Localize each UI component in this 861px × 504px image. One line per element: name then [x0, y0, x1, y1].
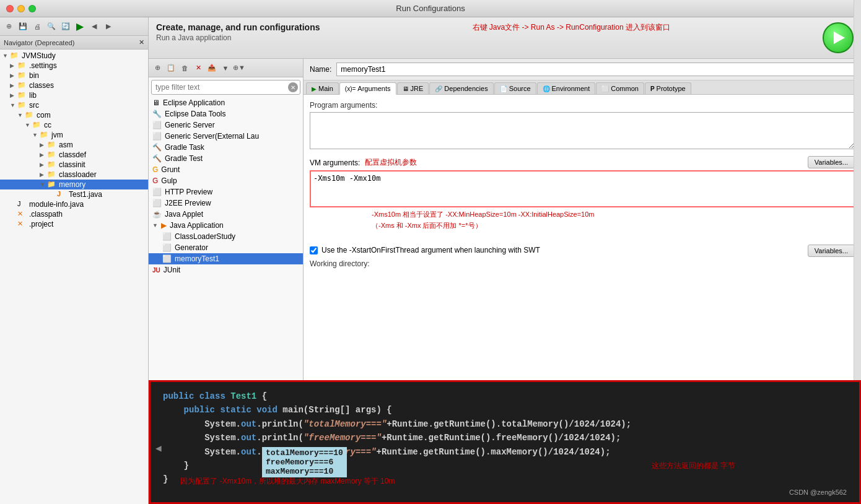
window-controls	[6, 5, 36, 12]
config-item-java-applet[interactable]: ☕ Java Applet	[149, 209, 303, 220]
tab-prototype[interactable]: P Prototype	[645, 82, 691, 94]
tab-arguments[interactable]: (x)= Arguments	[339, 82, 396, 95]
config-item-label: Eclipse Application	[163, 98, 225, 107]
config-item-gradle-test[interactable]: 🔨 Gradle Test	[149, 153, 303, 164]
tree-item-settings[interactable]: ▶ 📁 .settings	[0, 61, 148, 71]
config-header-text: Create, manage, and run configurations R…	[156, 22, 320, 42]
config-item-generator[interactable]: ⬜ Generator	[149, 242, 303, 253]
tree-item-lib[interactable]: ▶ 📁 lib	[0, 90, 148, 100]
keyword-class: class	[199, 391, 230, 401]
nav-forward[interactable]: ▶	[102, 20, 115, 33]
config-icon: ⬜	[162, 232, 172, 241]
search-input[interactable]	[151, 80, 300, 95]
run-button[interactable]	[823, 22, 854, 53]
nav-back[interactable]: ◀	[88, 20, 100, 33]
new-button[interactable]: ⊕	[2, 20, 15, 33]
name-input[interactable]	[336, 63, 855, 76]
tabs-bar: ▶ Main (x)= Arguments 🖥 JRE 🔗 Dependenci…	[304, 80, 861, 95]
config-item-junit[interactable]: JU JUnit	[149, 264, 303, 276]
search-clear-button[interactable]: ✕	[288, 82, 298, 92]
maximize-button[interactable]	[28, 5, 36, 12]
tree-item-jvmstudy[interactable]: ▼ 📁 JVMStudy	[0, 51, 148, 61]
tree-item-test1[interactable]: J Test1.java	[0, 189, 148, 199]
keyword-static: static	[220, 405, 256, 415]
save-button[interactable]: 💾	[17, 20, 29, 33]
program-args-input[interactable]	[310, 112, 855, 149]
scrollbar[interactable]	[854, 59, 861, 380]
tree-item-cc[interactable]: ▼ 📁 cc	[0, 120, 148, 130]
config-item-gradle-task[interactable]: 🔨 Gradle Task	[149, 142, 303, 153]
config-tree: 🖥 Eclipse Application 🔧 Eclipse Data Too…	[149, 97, 303, 380]
tree-item-asm[interactable]: ▶ 📁 asm	[0, 140, 148, 150]
code-bottom-row: } totalMemory===10 freeMemory===6 maxMem…	[163, 472, 847, 486]
config-item-label: J2EE Preview	[165, 199, 211, 207]
class-name: Test1	[230, 391, 261, 401]
tree-item-memory[interactable]: ▼ 📁 memory	[0, 180, 148, 189]
collapse-button[interactable]: ▼	[219, 62, 232, 74]
search-button[interactable]: 🔍	[45, 20, 58, 33]
tree-item-classes[interactable]: ▶ 📁 classes	[0, 80, 148, 90]
tree-item-classdef[interactable]: ▶ 📁 classdef	[0, 150, 148, 160]
code-line-2: public static void main(String[] args) {	[163, 403, 847, 417]
minimize-button[interactable]	[17, 5, 25, 12]
tree-item-module-info[interactable]: J module-info.java	[0, 199, 148, 209]
grunt-icon: G	[152, 165, 158, 174]
tree-item-jvm[interactable]: ▼ 📁 jvm	[0, 130, 148, 140]
titlebar: Run Configurations	[0, 0, 861, 17]
arrow-icon: ▼	[25, 122, 32, 128]
tree-item-label: classinit	[59, 160, 85, 169]
java-icon: J	[57, 190, 67, 199]
config-filter-button[interactable]: ⊕▼	[233, 62, 245, 74]
swt-checkbox[interactable]	[310, 246, 318, 254]
tab-dependencies[interactable]: 🔗 Dependencies	[429, 82, 493, 94]
tree-item-src[interactable]: ▼ 📁 src	[0, 100, 148, 110]
tab-common[interactable]: ⬜ Common	[596, 82, 644, 94]
tree-item-classinit[interactable]: ▶ 📁 classinit	[0, 160, 148, 170]
config-item-generic-server[interactable]: ⬜ Generic Server	[149, 119, 303, 131]
j2ee-icon: ⬜	[152, 199, 162, 207]
duplicate-config-button[interactable]: 📋	[165, 62, 177, 74]
delete-config-button[interactable]: 🗑	[178, 62, 191, 74]
config-item-gulp[interactable]: G Gulp	[149, 175, 303, 186]
tab-source[interactable]: 📄 Source	[494, 82, 536, 94]
tree-item-classloader[interactable]: ▶ 📁 classloader	[0, 170, 148, 180]
vm-variables-button[interactable]: Variables...	[808, 245, 855, 257]
config-item-j2ee[interactable]: ⬜ J2EE Preview	[149, 198, 303, 209]
config-list: ⊕ 📋 🗑 ✕ 📤 ▼ ⊕▼ ✕ 🖥 Eclipse Application	[149, 59, 304, 380]
config-item-memory-test1[interactable]: ⬜ memoryTest1	[149, 253, 303, 264]
tab-jre[interactable]: 🖥 JRE	[397, 82, 429, 94]
vm-args-annotation: 配置虚拟机参数	[365, 157, 417, 168]
content-area: ⊕ 📋 🗑 ✕ 📤 ▼ ⊕▼ ✕ 🖥 Eclipse Application	[149, 59, 861, 380]
program-variables-button[interactable]: Variables...	[808, 156, 855, 168]
tree-item-classpath[interactable]: ✕ .classpath	[0, 209, 148, 219]
tab-environment[interactable]: 🌐 Environment	[537, 82, 596, 94]
folder-icon: 📁	[17, 61, 27, 70]
tree-item-label: .project	[29, 220, 53, 228]
export-button[interactable]: 📤	[206, 62, 218, 74]
config-item-java-app[interactable]: ▼ ▶ Java Application	[149, 220, 303, 231]
nav-close-icon[interactable]: ✕	[139, 38, 144, 46]
config-item-grunt[interactable]: G Grunt	[149, 164, 303, 175]
folder-icon: 📁	[47, 170, 57, 179]
tree-item-project[interactable]: ✕ .project	[0, 219, 148, 229]
config-item-generic-server-ext[interactable]: ⬜ Generic Server(External Lau	[149, 131, 303, 142]
tab-main[interactable]: ▶ Main	[306, 82, 339, 94]
config-item-classloader-study[interactable]: ⬜ ClassLoaderStudy	[149, 231, 303, 242]
tree-item-com[interactable]: ▼ 📁 com	[0, 110, 148, 120]
arrow-icon: ▶	[10, 72, 17, 79]
filter-config-button[interactable]: ✕	[192, 62, 204, 74]
tree-item-bin[interactable]: ▶ 📁 bin	[0, 71, 148, 80]
config-selected-icon: ⬜	[162, 254, 172, 263]
refresh-button[interactable]: 🔄	[59, 20, 72, 33]
tab-common-label: Common	[611, 85, 639, 92]
config-item-http[interactable]: ⬜ HTTP Preview	[149, 186, 303, 198]
new-config-button[interactable]: ⊕	[151, 62, 164, 74]
close-button[interactable]	[6, 5, 14, 12]
config-item-eclipse-app[interactable]: 🖥 Eclipse Application	[149, 97, 303, 108]
config-item-eclipse-data[interactable]: 🔧 Eclipse Data Tools	[149, 108, 303, 119]
print-button[interactable]: 🖨	[31, 20, 43, 33]
run-toolbar-button[interactable]: ▶	[74, 20, 86, 33]
checkbox-row: Use the -XstartOnFirstThread argument wh…	[310, 246, 808, 254]
config-item-label: JUnit	[164, 266, 180, 274]
arrow-icon: ▶	[40, 162, 47, 168]
